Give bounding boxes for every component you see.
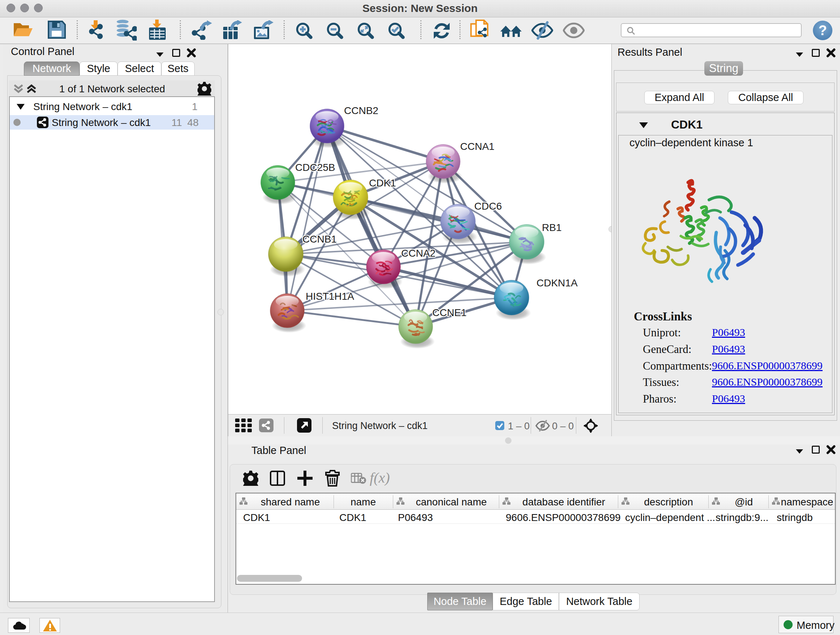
svg-text:CCNE1: CCNE1 [432,307,467,318]
svg-text:CDC6: CDC6 [474,201,502,212]
svg-text:HIST1H1A: HIST1H1A [306,291,354,302]
svg-text:CCNA1: CCNA1 [460,141,494,152]
svg-text:CCNB2: CCNB2 [344,105,378,116]
svg-text:CDC25B: CDC25B [295,162,335,173]
svg-text:CDKN1A: CDKN1A [537,277,578,288]
svg-text:CDK1: CDK1 [369,177,396,188]
svg-text:CCNB1: CCNB1 [302,233,337,245]
svg-text:RB1: RB1 [542,222,561,233]
svg-text:CCNA2: CCNA2 [401,248,436,259]
